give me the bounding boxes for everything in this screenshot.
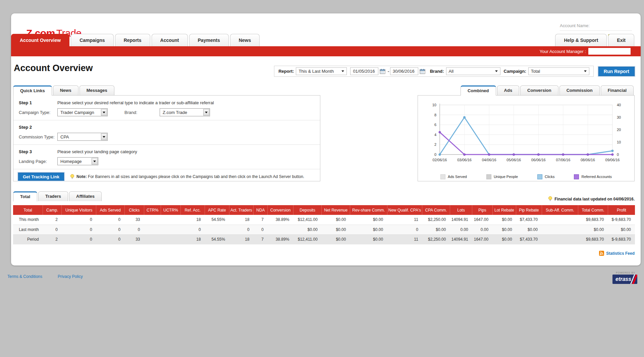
brand-select[interactable]: All: [446, 67, 500, 75]
col-lots: Lots: [450, 205, 472, 215]
col-act-traders: Act. Traders: [229, 205, 253, 215]
cell: [542, 234, 578, 244]
nav-tab-payments[interactable]: Payments: [189, 34, 229, 46]
series-point-clicks: [611, 150, 613, 152]
divider: [13, 120, 320, 120]
chevron-down-icon: [203, 109, 209, 116]
cell: 0.00: [472, 225, 492, 234]
report-type-select[interactable]: This & Last Month: [296, 67, 347, 75]
y-axis-left-tick: 2: [434, 142, 436, 146]
cell: $9,683.70: [578, 234, 608, 244]
step2-controls: Commission Type: CPA: [13, 131, 320, 142]
table-row-period: Period200331854.55%18738.89%$12,411.00$0…: [13, 234, 635, 244]
terms-link[interactable]: Terms & Conditions: [7, 274, 42, 279]
cell: 0: [96, 215, 125, 225]
run-report-button[interactable]: Run Report: [598, 67, 635, 76]
chart-tab-financial[interactable]: Financial: [601, 85, 634, 95]
ql-brand-select[interactable]: Z.com Trade: [160, 108, 210, 116]
stats-tab-total[interactable]: Total: [13, 191, 37, 201]
account-manager-label: Your Account Manager :: [540, 49, 586, 54]
cell: 54.55%: [205, 215, 229, 225]
cell: 0: [180, 225, 205, 234]
stats-table-header-row: TotalCamp.Unique VisitorsAds ServedClick…: [13, 205, 635, 215]
chart-tab-ads[interactable]: Ads: [497, 85, 520, 95]
cell: $0.00: [492, 215, 516, 225]
cell: 11: [387, 234, 422, 244]
cell: $7,433.70: [516, 215, 542, 225]
landing-page-select[interactable]: Homepage: [57, 157, 98, 165]
cell: $0.00: [492, 234, 516, 244]
series-point-referred-accounts: [562, 154, 564, 156]
col-apc-rate: APC Rate: [205, 205, 229, 215]
campaign-select[interactable]: Total: [528, 67, 589, 75]
report-label: Report:: [278, 69, 294, 74]
x-axis-tick: 04/06/16: [482, 158, 496, 162]
step3-controls: Landing Page: Homepage: [13, 156, 320, 167]
nav-tab-account[interactable]: Account: [152, 34, 188, 46]
statistics-feed-label: Statistics Feed: [606, 251, 635, 256]
main-card: Z.comTrade Account Name: Account Balance…: [11, 13, 641, 265]
series-point-referred-accounts: [587, 154, 589, 156]
rss-icon: [599, 251, 604, 256]
x-axis-tick: 07/06/16: [556, 158, 570, 162]
cell: 18: [180, 234, 205, 244]
col-ads-served: Ads Served: [96, 205, 125, 215]
chart-tab-conversion[interactable]: Conversion: [520, 85, 558, 95]
cell: [205, 225, 229, 234]
account-name-row: Account Name:: [560, 21, 632, 31]
y-axis-right-tick: 40: [617, 103, 621, 107]
cell: 0: [62, 215, 96, 225]
stats-tab-affiliates[interactable]: Affiliates: [69, 191, 102, 201]
tab-messages[interactable]: Messages: [79, 85, 114, 95]
col-cpa-comm: CPA Comm.: [422, 205, 450, 215]
step1-row: Step 1 Please select your desired referr…: [13, 98, 320, 107]
legend-item-clicks: Clicks: [537, 174, 554, 179]
step1-label: Step 1: [19, 100, 57, 105]
nav-tab-news[interactable]: News: [230, 34, 260, 46]
tab-news[interactable]: News: [53, 85, 78, 95]
commission-type-label: Commission Type:: [19, 134, 57, 139]
note-label: Note:: [76, 174, 87, 179]
nav-tab-campaigns[interactable]: Campaigns: [71, 34, 113, 46]
calendar-icon[interactable]: [420, 69, 425, 74]
nav-tab-reports[interactable]: Reports: [115, 34, 150, 46]
privacy-link[interactable]: Privacy Policy: [58, 274, 83, 279]
main-nav-right-tabs: Help & SupportExit: [555, 34, 636, 46]
step3-description: Please select your landing page category: [57, 149, 137, 154]
row-label: Last month: [13, 225, 43, 234]
col-nda: NDA: [254, 205, 268, 215]
cell: 0: [43, 225, 62, 234]
legend-swatch-clicks: [537, 174, 542, 179]
campaign-type-select[interactable]: Trader Campaign: [57, 108, 108, 116]
x-axis-tick: 02/06/16: [433, 158, 447, 162]
cell: 1647.00: [472, 234, 492, 244]
stats-tab-traders[interactable]: Traders: [38, 191, 68, 201]
nav-tab-help-support[interactable]: Help & Support: [555, 34, 607, 46]
chevron-down-icon: [101, 109, 107, 116]
chevron-down-icon: [341, 70, 344, 72]
col-pip-rebate: Pip Rebate: [516, 205, 542, 215]
get-tracking-link-button[interactable]: Get Tracking Link: [18, 173, 64, 181]
chart-tab-combined[interactable]: Combined: [461, 85, 496, 96]
row-label: Period: [13, 234, 43, 244]
date-to-input[interactable]: 30/06/2016: [390, 67, 418, 75]
nav-tab-exit[interactable]: Exit: [608, 34, 634, 46]
date-from-value: 01/05/2016: [353, 69, 375, 74]
cell: $0.00: [492, 225, 516, 234]
calendar-icon[interactable]: [380, 69, 385, 74]
cell: [161, 225, 180, 234]
cell: [542, 215, 578, 225]
account-manager-value-box: [588, 48, 631, 55]
chart-tab-commission[interactable]: Commission: [559, 85, 600, 95]
commission-type-select[interactable]: CPA: [57, 133, 108, 141]
cell: $7,433.70: [516, 234, 542, 244]
cell: 0: [124, 225, 144, 234]
cell: 0: [254, 225, 268, 234]
nav-tab-account-overview[interactable]: Account Overview: [11, 34, 69, 46]
cell: [144, 225, 161, 234]
date-range-separator: -: [387, 68, 389, 74]
tab-quick-links[interactable]: Quick Links: [13, 85, 52, 96]
date-from-input[interactable]: 01/05/2016: [350, 67, 378, 75]
legend-swatch-referred-accounts: [574, 174, 579, 179]
statistics-feed-link[interactable]: Statistics Feed: [599, 251, 635, 256]
